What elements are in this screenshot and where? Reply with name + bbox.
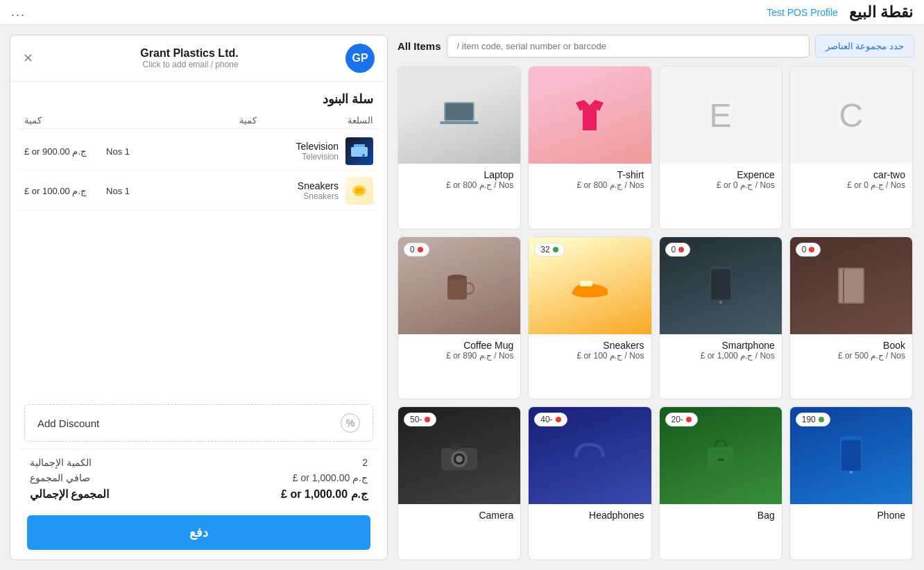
item-card-name: Coffee Mug — [405, 340, 513, 351]
svg-rect-23 — [599, 457, 606, 469]
list-item[interactable]: T-shirt £ or ج.م 800 / Nos — [528, 66, 651, 230]
item-image — [529, 67, 651, 164]
item-card-name: Sneakers — [536, 340, 644, 351]
customer-bar: ✕ .Grant Plastics Ltd Click to add email… — [10, 35, 387, 82]
left-panel: ✕ .Grant Plastics Ltd Click to add email… — [10, 35, 388, 560]
header-qty: كمية — [141, 115, 257, 126]
stock-badge: 50- — [404, 413, 436, 426]
list-item[interactable]: 0 Book £ or ج.م 500 / Nos — [789, 236, 913, 400]
avatar: GP — [345, 44, 375, 73]
header-amount: كمية — [24, 115, 141, 126]
app-title: نقطة البيع — [849, 3, 913, 21]
item-card-info: Expence £ or ج.م 0 / Nos — [660, 164, 782, 196]
item-card-price: £ or ج.م 500 / Nos — [797, 351, 905, 361]
close-customer-button[interactable]: ✕ — [23, 51, 33, 66]
item-details: Sneakers Sneakers — [142, 180, 339, 201]
svg-point-2 — [362, 154, 365, 157]
item-placeholder-img: C — [790, 67, 912, 164]
pay-button[interactable]: دفع — [27, 515, 370, 550]
stock-badge: 190 — [796, 413, 830, 426]
discount-icon: % — [341, 413, 360, 433]
svg-rect-12 — [711, 269, 730, 300]
top-bar: ... Test POS Profile نقطة البيع — [0, 0, 924, 25]
list-item[interactable]: 32 Sneakers £ or ج.م 100 / Nos — [528, 236, 651, 400]
item-card-name: Smartphone — [667, 340, 775, 351]
item-price: £ or ج.م 900.00 — [24, 146, 94, 157]
list-item[interactable]: 0 Smartphone £ or ج.م 1,000 / Nos — [659, 236, 782, 400]
badge-value: 32 — [540, 245, 549, 254]
add-discount-button[interactable]: Add Discount % — [24, 404, 373, 442]
svg-rect-25 — [717, 458, 724, 461]
more-options-button[interactable]: ... — [11, 5, 26, 19]
item-card-price: £ or ج.م 890 / Nos — [405, 351, 513, 361]
customer-name: .Grant Plastics Ltd — [140, 47, 238, 60]
table-row[interactable]: Television Television Nos 1 £ or ج.م 900… — [19, 132, 379, 171]
stock-badge: 32 — [534, 243, 564, 257]
svg-point-13 — [719, 301, 722, 304]
net-total-row: £ or ج.م 1,000.00 صافي المجموع — [30, 470, 368, 485]
item-card-price: £ or ج.م 100 / Nos — [536, 351, 644, 361]
customer-info[interactable]: .Grant Plastics Ltd Click to add email /… — [140, 47, 238, 69]
grand-total-label: المجموع الإجمالي — [30, 487, 109, 501]
badge-value: 0 — [671, 245, 676, 254]
list-item[interactable]: 40- Headphones — [528, 406, 651, 560]
search-input[interactable] — [447, 35, 810, 58]
list-item[interactable]: E Expence £ or ج.م 0 / Nos — [659, 66, 782, 230]
stock-badge: 0 — [665, 243, 691, 257]
badge-dot-icon — [686, 417, 692, 422]
item-card-name: Book — [797, 340, 905, 351]
stock-badge: 40- — [534, 413, 567, 426]
net-total-label: صافي المجموع — [30, 472, 90, 483]
add-discount-label: Add Discount — [37, 417, 99, 429]
top-bar-left: ... — [11, 5, 26, 19]
item-card-info: T-shirt £ or ج.م 800 / Nos — [529, 164, 651, 196]
badge-value: 40- — [540, 415, 552, 424]
top-bar-right: Test POS Profile نقطة البيع — [767, 3, 913, 21]
list-item[interactable]: C car-two £ or ج.م 0 / Nos — [789, 66, 913, 230]
list-item[interactable]: 0 Coffee Mug £ or ج.م 890 / Nos — [397, 236, 521, 400]
grand-total-value: £ or ج.م 1,000.00 — [281, 487, 368, 501]
item-card-name: Laptop — [405, 169, 513, 180]
item-card-info: Book £ or ج.م 500 / Nos — [790, 334, 912, 366]
item-card-name: car-two — [797, 169, 905, 180]
item-card-info: car-two £ or ج.م 0 / Nos — [790, 164, 912, 196]
item-qty: Nos 1 — [101, 146, 135, 157]
cart-title: سلة البنود — [19, 82, 379, 112]
item-card-price: £ or ج.م 0 / Nos — [797, 180, 905, 190]
svg-rect-4 — [355, 188, 363, 193]
pos-profile-link[interactable]: Test POS Profile — [767, 7, 838, 18]
list-item[interactable]: 50- Camera — [397, 406, 521, 560]
badge-value: 20- — [671, 415, 683, 424]
badge-dot-icon — [553, 247, 558, 252]
item-card-name: Camera — [405, 510, 513, 521]
table-row[interactable]: Sneakers Sneakers Nos 1 £ or ج.م 100.00 — [19, 171, 379, 211]
list-item[interactable]: Laptop £ or ج.م 800 / Nos — [397, 66, 521, 230]
items-grid: Laptop £ or ج.م 800 / Nos T-shirt £ or ج… — [397, 66, 914, 560]
svg-rect-7 — [440, 121, 479, 124]
item-qty: Nos 1 — [101, 186, 135, 196]
item-sub: Sneakers — [142, 191, 339, 201]
item-card-price: £ or ج.م 800 / Nos — [536, 180, 644, 190]
customer-sub: Click to add email / phone — [140, 60, 238, 69]
stock-badge: 0 — [404, 243, 429, 257]
list-item[interactable]: 20- Bag — [659, 406, 782, 560]
svg-rect-0 — [351, 147, 368, 157]
badge-value: 50- — [410, 415, 422, 424]
net-total-value: £ or ج.م 1,000.00 — [293, 472, 368, 483]
item-card-info: Smartphone £ or ج.م 1,000 / Nos — [660, 334, 782, 366]
quantity-total-row: 2 الكمية الإجمالية — [30, 455, 368, 470]
svg-rect-22 — [573, 457, 580, 469]
cart-section: سلة البنود السلعة كمية كمية Television T… — [10, 82, 387, 560]
badge-dot-icon — [678, 247, 684, 252]
list-item[interactable]: 190 Phone — [789, 406, 913, 560]
item-details: Television Television — [142, 141, 339, 162]
badge-value: 0 — [410, 245, 415, 254]
search-bar: All Items حدد مجموعة العناصر — [397, 35, 914, 58]
svg-point-20 — [456, 456, 463, 463]
item-card-info: Bag — [660, 504, 782, 526]
svg-rect-1 — [354, 144, 365, 147]
search-group-button[interactable]: حدد مجموعة العناصر — [815, 35, 914, 58]
svg-rect-8 — [447, 277, 467, 300]
item-card-name: Expence — [667, 169, 775, 180]
item-card-info: Headphones — [529, 504, 651, 526]
